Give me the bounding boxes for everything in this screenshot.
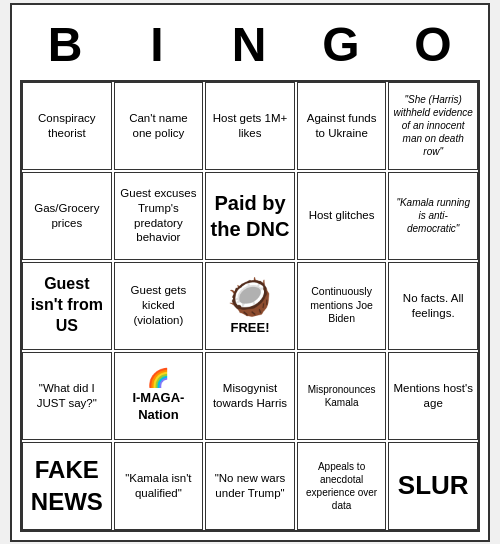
cell-11[interactable]: Guest gets kicked (violation) xyxy=(114,262,204,350)
coconut-icon: 🥥 xyxy=(227,274,272,321)
cell-8[interactable]: Host glitches xyxy=(297,172,387,260)
bingo-grid: Conspiracy theorist Can't name one polic… xyxy=(20,80,480,532)
cell-23[interactable]: Appeals to anecdotal experience over dat… xyxy=(297,442,387,530)
title-i: I xyxy=(115,17,201,72)
rainbow-icon: 🌈 xyxy=(119,367,199,390)
cell-19[interactable]: Mentions host's age xyxy=(388,352,478,440)
bingo-title: B I N G O xyxy=(20,13,480,80)
cell-7[interactable]: Paid by the DNC xyxy=(205,172,295,260)
cell-free[interactable]: 🥥 FREE! xyxy=(205,262,295,350)
cell-3[interactable]: Against funds to Ukraine xyxy=(297,82,387,170)
cell-2[interactable]: Host gets 1M+ likes xyxy=(205,82,295,170)
cell-15[interactable]: "What did I JUST say?" xyxy=(22,352,112,440)
cell-18[interactable]: Mispronounces Kamala xyxy=(297,352,387,440)
cell-5[interactable]: Gas/Grocery prices xyxy=(22,172,112,260)
cell-6[interactable]: Guest excuses Trump's predatory behavior xyxy=(114,172,204,260)
title-o: O xyxy=(391,17,477,72)
cell-21[interactable]: "Kamala isn't qualified" xyxy=(114,442,204,530)
cell-16[interactable]: 🌈 I-MAGA-Nation xyxy=(114,352,204,440)
bingo-card: B I N G O Conspiracy theorist Can't name… xyxy=(10,3,490,542)
cell-0[interactable]: Conspiracy theorist xyxy=(22,82,112,170)
cell-1[interactable]: Can't name one policy xyxy=(114,82,204,170)
cell-4[interactable]: "She (Harris) withheld evidence of an in… xyxy=(388,82,478,170)
cell-24[interactable]: SLUR xyxy=(388,442,478,530)
cell-17[interactable]: Misogynist towards Harris xyxy=(205,352,295,440)
title-n: N xyxy=(207,17,293,72)
cell-10[interactable]: Guest isn't from US xyxy=(22,262,112,350)
cell-9[interactable]: "Kamala running is anti-democratic" xyxy=(388,172,478,260)
cell-20[interactable]: FAKE NEWS xyxy=(22,442,112,530)
title-b: B xyxy=(23,17,109,72)
title-g: G xyxy=(299,17,385,72)
cell-22[interactable]: "No new wars under Trump" xyxy=(205,442,295,530)
cell-13[interactable]: Continuously mentions Joe Biden xyxy=(297,262,387,350)
cell-14[interactable]: No facts. All feelings. xyxy=(388,262,478,350)
